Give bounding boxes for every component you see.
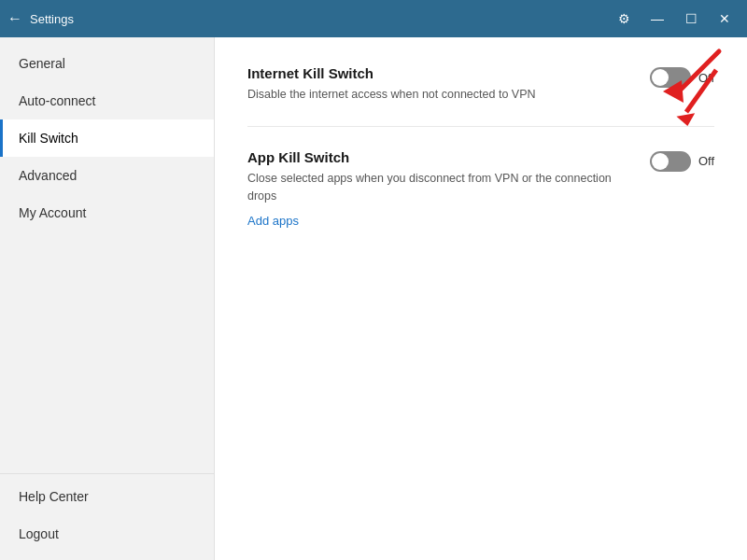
minimize-button[interactable]: — (642, 4, 672, 34)
sidebar-item-advanced[interactable]: Advanced (0, 157, 214, 194)
app-kill-switch-control: Off (650, 151, 714, 172)
content-wrapper: Internet Kill Switch Disable the interne… (247, 65, 714, 251)
sidebar-item-general-label: General (19, 56, 65, 71)
internet-kill-switch-control: Off (650, 67, 714, 88)
sidebar-item-general[interactable]: General (0, 45, 214, 82)
add-apps-link[interactable]: Add apps (247, 214, 299, 228)
main-container: General Auto-connect Kill Switch Advance… (0, 37, 747, 560)
sidebar-item-help-center-label: Help Center (19, 489, 89, 504)
back-button[interactable]: ← (7, 10, 22, 27)
internet-kill-switch-section: Internet Kill Switch Disable the interne… (247, 65, 714, 127)
sidebar-item-auto-connect[interactable]: Auto-connect (0, 82, 214, 119)
app-kill-switch-header: App Kill Switch Close selected apps when… (247, 149, 714, 205)
content-area: Internet Kill Switch Disable the interne… (215, 37, 747, 560)
app-kill-switch-section: App Kill Switch Close selected apps when… (247, 149, 714, 252)
app-kill-switch-toggle[interactable] (650, 151, 691, 172)
close-button[interactable]: ✕ (710, 4, 740, 34)
internet-kill-switch-desc: Disable the internet access when not con… (247, 86, 622, 104)
sidebar-item-my-account-label: My Account (19, 205, 86, 220)
title-bar-title: Settings (30, 12, 74, 26)
title-bar-controls: ⚙ — ☐ ✕ (609, 4, 740, 34)
internet-kill-switch-title: Internet Kill Switch (247, 65, 622, 81)
sidebar-item-logout-label: Logout (19, 526, 59, 541)
maximize-button[interactable]: ☐ (676, 4, 706, 34)
internet-kill-switch-toggle[interactable] (650, 67, 691, 88)
sidebar-item-my-account[interactable]: My Account (0, 194, 214, 231)
sidebar-item-logout[interactable]: Logout (0, 515, 214, 553)
sidebar-main: General Auto-connect Kill Switch Advance… (0, 45, 214, 473)
internet-kill-switch-info: Internet Kill Switch Disable the interne… (247, 65, 622, 104)
app-kill-switch-info: App Kill Switch Close selected apps when… (247, 149, 622, 205)
sidebar-item-kill-switch[interactable]: Kill Switch (0, 119, 214, 157)
title-bar-left: ← Settings (7, 10, 74, 27)
internet-kill-switch-header: Internet Kill Switch Disable the interne… (247, 65, 714, 104)
sidebar-item-kill-switch-label: Kill Switch (19, 131, 78, 146)
sidebar-bottom: Help Center Logout (0, 473, 214, 553)
title-bar: ← Settings ⚙ — ☐ ✕ (0, 0, 747, 37)
sidebar-item-help-center[interactable]: Help Center (0, 478, 214, 515)
app-kill-switch-desc: Close selected apps when you disconnect … (247, 170, 622, 205)
internet-kill-switch-state-label: Off (698, 71, 714, 85)
sidebar: General Auto-connect Kill Switch Advance… (0, 37, 215, 560)
app-kill-switch-title: App Kill Switch (247, 149, 622, 165)
sidebar-item-auto-connect-label: Auto-connect (19, 93, 96, 108)
sidebar-item-advanced-label: Advanced (19, 168, 77, 183)
app-kill-switch-state-label: Off (698, 154, 714, 168)
settings-gear-button[interactable]: ⚙ (609, 4, 639, 34)
